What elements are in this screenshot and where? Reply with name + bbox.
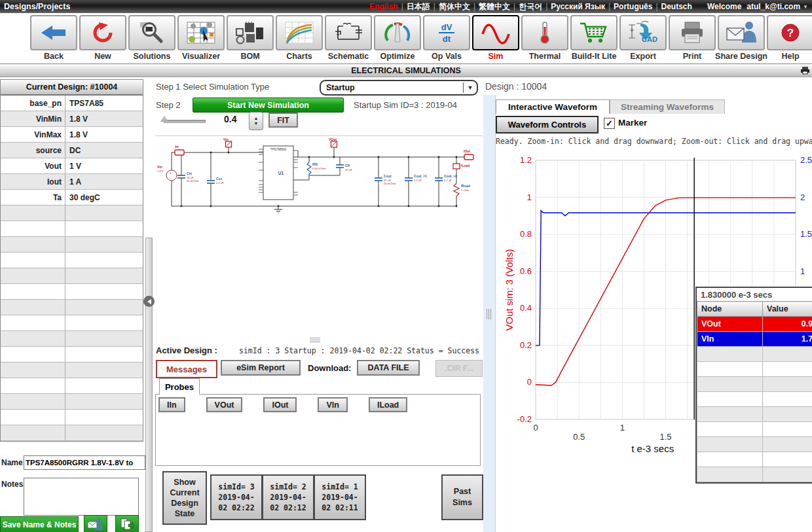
save-name-notes-button[interactable]: Save Name & Notes xyxy=(0,516,79,532)
language-link-8[interactable]: Deutsch xyxy=(661,2,692,11)
toolbar-share-design-button[interactable]: Share Design xyxy=(718,15,765,63)
toolbar-optimize-button[interactable]: Optimize xyxy=(374,15,421,63)
empty-param-row xyxy=(1,237,143,253)
separator: | xyxy=(434,2,435,11)
fit-button[interactable]: FIT xyxy=(268,113,298,128)
toolbar-export-button[interactable]: CADExport xyxy=(619,15,667,63)
iout-probe-icon[interactable] xyxy=(464,154,473,160)
schematic-canvas[interactable]: +− TPS7A8500 U1 xyxy=(155,137,483,271)
toolbar-back-button[interactable]: Back xyxy=(30,15,77,63)
waveform-status-text: Ready. Zoom-in: Click and drag downward;… xyxy=(496,137,812,146)
value-stepper[interactable]: ▲▼ xyxy=(249,112,263,130)
param-label xyxy=(1,410,65,425)
toolbar-schematic-button[interactable]: Schematic xyxy=(325,15,372,63)
messages-button[interactable]: Messages xyxy=(156,360,217,378)
share-design-small-button[interactable] xyxy=(84,515,107,532)
button-line: Sims xyxy=(452,497,472,508)
show-current-design-state-button[interactable]: ShowCurrentDesignState xyxy=(162,471,207,525)
probe-button-vout[interactable]: VOut xyxy=(206,397,243,412)
step1-label: Step 1 Select Simulation Type xyxy=(156,82,269,92)
toolbar-thermal-button[interactable]: Thermal xyxy=(521,15,568,63)
vin-probe-icon[interactable] xyxy=(226,141,232,147)
empty-param-row xyxy=(1,394,143,410)
language-link-5[interactable]: 한국어 xyxy=(519,1,542,12)
stepper-down-icon[interactable]: ▼ xyxy=(254,121,259,126)
start-new-simulation-button[interactable]: Start New Simulation xyxy=(193,98,344,113)
toolbar-build-it-lite-button[interactable]: Build-It Lite xyxy=(570,15,618,63)
sim-history-button-3[interactable]: simId= 12019-04-02 02:11 xyxy=(314,474,366,520)
toolbar-label: Export xyxy=(630,52,656,61)
tab-interactive-waveform[interactable]: Interactive Waveform xyxy=(496,99,610,114)
probe-button-vin[interactable]: VIn xyxy=(318,397,347,412)
slider-handle[interactable] xyxy=(160,115,168,122)
param-label xyxy=(1,425,65,440)
design-param-row: VinMin1.8 V xyxy=(1,111,143,127)
schematic-resize-grip[interactable] xyxy=(310,338,320,342)
probe-button-iout[interactable]: IOut xyxy=(263,397,297,412)
past-sims-button[interactable]: PastSims xyxy=(441,474,483,520)
language-link-7[interactable]: Português xyxy=(614,2,652,11)
marker-checkbox[interactable]: ✓ xyxy=(604,118,615,129)
param-label: Iout xyxy=(1,174,65,189)
collapse-left-arrow[interactable] xyxy=(143,296,155,307)
toolbar-charts-button[interactable]: Charts xyxy=(276,15,323,63)
toolbar-sim-button[interactable]: Sim xyxy=(472,15,519,63)
esim-report-button[interactable]: eSim Report xyxy=(221,360,301,376)
rfb-resistor-symbol xyxy=(307,162,311,175)
iin-probe-icon[interactable] xyxy=(175,150,184,155)
toolbar: BackNewSolutionsVisualizerBOMChartsSchem… xyxy=(0,13,812,63)
probe-button-iload[interactable]: ILoad xyxy=(369,397,407,412)
sim-time-slider-track[interactable] xyxy=(164,120,206,123)
left-splitter[interactable] xyxy=(145,238,153,532)
y-axis-label: VOut sim: 3 (Volts) xyxy=(504,249,515,330)
section-header: ELECTRICAL SIMULATIONS xyxy=(0,63,812,77)
toolbar-label: Help xyxy=(781,52,799,61)
probe-button-iin[interactable]: IIn xyxy=(158,397,185,412)
sim-history-button-1[interactable]: simId= 32019-04-02 02:22 xyxy=(210,474,263,520)
language-link-2[interactable]: 日本語 xyxy=(407,1,430,12)
copy-design-small-button[interactable] xyxy=(115,515,139,532)
toolbar-new-button[interactable]: New xyxy=(79,15,126,63)
marker-empty-row xyxy=(697,407,812,422)
language-link-1[interactable]: English xyxy=(369,2,397,11)
share-envelope-icon xyxy=(88,518,103,530)
sim-type-dropdown[interactable]: Startup ▼ xyxy=(320,80,478,96)
left-axis-tick: 0.6 xyxy=(520,266,532,276)
vout-probe-icon[interactable] xyxy=(331,141,337,147)
iload-probe-icon[interactable] xyxy=(453,164,460,169)
dv-dt-icon: dVdt xyxy=(423,15,470,50)
design-name-input[interactable] xyxy=(24,455,145,470)
tab-streaming-waveforms[interactable]: Streaming Waveforms xyxy=(610,99,725,114)
svg-text:Cout_>1: Cout_>1 xyxy=(414,174,427,178)
stepper-up-icon[interactable]: ▲ xyxy=(254,116,259,121)
user-menu[interactable]: atul_k@ti.com ▼ xyxy=(747,2,808,11)
language-link-6[interactable]: Русский Язык xyxy=(551,2,605,11)
param-value xyxy=(65,268,69,283)
rload-resistor-symbol xyxy=(454,183,459,198)
left-triangle-icon xyxy=(147,299,151,304)
toolbar-solutions-button[interactable]: Solutions xyxy=(128,15,175,63)
toolbar-visualizer-button[interactable]: Visualizer xyxy=(177,15,225,63)
welcome-label: Welcome xyxy=(707,2,741,11)
waveform-controls-button[interactable]: Waveform Controls xyxy=(496,116,599,133)
toolbar-op-vals-button[interactable]: dVdtOp Vals xyxy=(423,15,470,63)
param-value: 30 degC xyxy=(65,190,100,205)
data-file-button[interactable]: DATA FILE xyxy=(357,360,420,376)
sim-history-button-2[interactable]: simId= 22019-04-02 02:12 xyxy=(262,474,314,520)
design-param-row: Vout1 V xyxy=(1,158,143,174)
probes-tab[interactable]: Probes xyxy=(159,378,200,395)
print-small-icon[interactable] xyxy=(801,66,809,77)
toolbar-print-button[interactable]: Print xyxy=(669,15,716,63)
svg-text:Cff: Cff xyxy=(345,164,350,168)
param-label: Ta xyxy=(1,190,65,205)
toolbar-bom-button[interactable]: BOM xyxy=(227,15,274,63)
language-link-3[interactable]: 简体中文 xyxy=(439,1,470,12)
toolbar-help-button[interactable]: ?Help xyxy=(767,15,812,63)
language-link-4[interactable]: 繁體中文 xyxy=(479,1,510,12)
ic-ref-label: U1 xyxy=(278,171,284,175)
marker-col-value: Value xyxy=(763,302,812,317)
right-drag-grip[interactable] xyxy=(487,309,491,319)
empty-cell xyxy=(697,467,763,482)
language-links: English|日本語|简体中文|繁體中文|한국어|Русский Язык|P… xyxy=(369,1,692,12)
design-notes-textarea[interactable] xyxy=(24,478,139,516)
